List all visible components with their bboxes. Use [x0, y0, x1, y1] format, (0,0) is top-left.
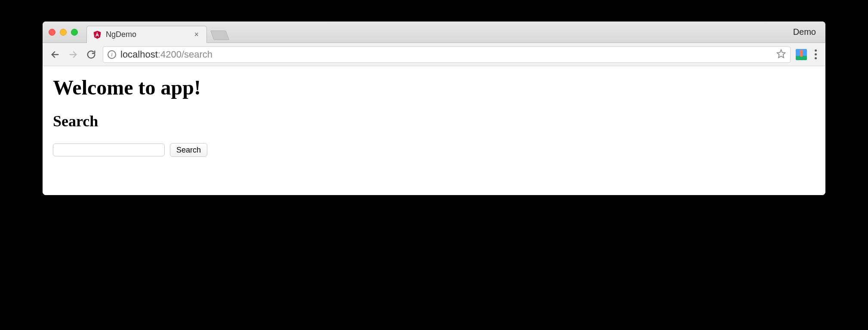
url-path: :4200/search	[158, 49, 212, 60]
back-button[interactable]	[49, 48, 62, 61]
lighthouse-extension-icon[interactable]	[796, 49, 807, 60]
browser-window: NgDemo × Demo i localhost:4200/search	[43, 21, 825, 195]
close-window-button[interactable]	[49, 29, 55, 36]
page-content: Welcome to app! Search Search	[43, 66, 825, 195]
browser-menu-button[interactable]	[812, 49, 819, 59]
page-title: Welcome to app!	[53, 76, 815, 99]
forward-button[interactable]	[67, 48, 80, 61]
traffic-lights	[49, 29, 78, 36]
browser-tab[interactable]: NgDemo ×	[86, 26, 207, 43]
minimize-window-button[interactable]	[60, 29, 67, 36]
reload-button[interactable]	[85, 48, 98, 61]
bookmark-star-icon[interactable]	[776, 49, 786, 60]
title-bar: NgDemo × Demo	[43, 21, 825, 43]
tab-title: NgDemo	[106, 30, 188, 39]
site-info-icon[interactable]: i	[108, 50, 116, 59]
address-bar[interactable]: i localhost:4200/search	[103, 46, 791, 63]
angular-icon	[93, 30, 102, 39]
svg-marker-4	[777, 49, 785, 57]
url-text: localhost:4200/search	[120, 49, 212, 60]
search-button[interactable]: Search	[170, 143, 207, 157]
search-input[interactable]	[53, 144, 165, 156]
new-tab-button[interactable]	[210, 31, 229, 40]
search-form: Search	[53, 143, 815, 157]
search-heading: Search	[53, 112, 815, 130]
url-host: localhost	[120, 49, 158, 60]
close-tab-button[interactable]: ×	[192, 30, 200, 39]
maximize-window-button[interactable]	[71, 29, 78, 36]
window-label: Demo	[793, 27, 819, 37]
toolbar: i localhost:4200/search	[43, 43, 825, 66]
